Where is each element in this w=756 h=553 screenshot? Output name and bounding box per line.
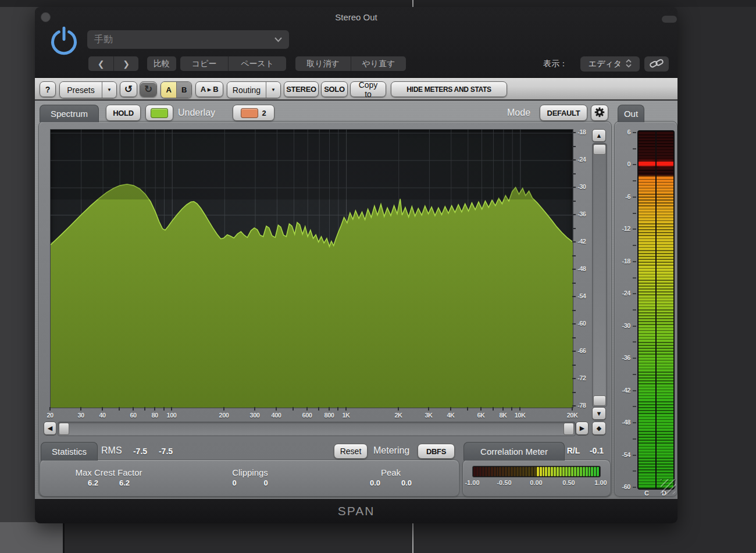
clippings-left: 0 [221, 479, 248, 487]
prev-preset-button[interactable]: ❮ [88, 56, 113, 71]
span-toolbar: ? Presets ▼ ↺ ↻ A B A ▸ B Routing ▼ STER… [35, 77, 677, 101]
metering-label: Metering [373, 445, 409, 456]
tab-statistics[interactable]: Statistics [41, 442, 98, 461]
h-scroll-thumb-right[interactable] [564, 423, 574, 435]
corr-scale-05: 0.50 [562, 479, 575, 486]
correlation-value: -0.1 [584, 446, 609, 455]
plugin-window: Stereo Out 手動 ❮ ❯ 比較 コピー ペースト 取り消す やり直す … [35, 7, 677, 523]
hold-button[interactable]: HOLD [106, 105, 141, 121]
presets-arrow-icon[interactable]: ▼ [102, 82, 116, 98]
view-mode-value: エディタ [589, 59, 622, 69]
view-mode-select[interactable]: エディタ [580, 56, 640, 72]
copy-paste-group: コピー ペースト [180, 56, 286, 71]
a-to-b-button[interactable]: A ▸ B [195, 81, 223, 97]
solo-button[interactable]: SOLO [321, 81, 348, 97]
scroll-up-button[interactable]: ▲ [592, 129, 606, 142]
preset-value: 手動 [94, 34, 113, 46]
redo-icon-button[interactable]: ↻ [140, 81, 157, 97]
window-resize-capsule[interactable] [662, 16, 677, 23]
host-header: Stereo Out 手動 ❮ ❯ 比較 コピー ペースト 取り消す やり直す … [35, 7, 677, 77]
a-slot-button[interactable]: A [161, 82, 176, 98]
ab-group: A B [161, 81, 192, 98]
link-button[interactable] [644, 56, 669, 72]
power-icon [49, 49, 79, 58]
redo-button[interactable]: やり直す [351, 56, 406, 71]
copy-to-button[interactable]: Copy to [350, 81, 386, 97]
out-level-meter[interactable] [637, 130, 675, 490]
channel-title: Stereo Out [35, 12, 677, 22]
v-scroll-thumb-bottom[interactable] [593, 395, 606, 406]
hide-meters-button[interactable]: HIDE METERS AND STATS [391, 81, 507, 97]
routing-arrow-icon[interactable]: ▼ [266, 82, 280, 98]
undo-redo-group: 取り消す やり直す [295, 56, 406, 71]
preset-nav-group: ❮ ❯ [88, 56, 138, 71]
footer-brand: SPAN [338, 504, 375, 518]
metering-mode-button[interactable]: DBFS [418, 444, 455, 459]
rms-label: RMS [101, 445, 122, 456]
corr-scale--1: -1.00 [465, 479, 479, 486]
reset-button[interactable]: Reset [334, 444, 368, 459]
plugin-footer: SPAN [35, 499, 677, 523]
spectrum-plot[interactable] [50, 129, 573, 408]
v-scroll-thumb-top[interactable] [593, 144, 606, 155]
paste-button[interactable]: ペースト [228, 56, 286, 71]
resize-grip[interactable] [661, 479, 676, 494]
max-crest-right: 6.2 [111, 479, 138, 487]
correlation-panel [462, 459, 611, 497]
scroll-down-button[interactable]: ▼ [592, 407, 606, 420]
correlation-bar [472, 466, 601, 477]
underlay-count: 2 [262, 109, 266, 117]
zoom-reset-button[interactable]: ◆ [592, 422, 606, 435]
spectrum-color-swatch [151, 108, 168, 118]
help-button[interactable]: ? [40, 81, 56, 97]
presets-group: Presets ▼ [59, 81, 117, 98]
undo-icon-button[interactable]: ↺ [120, 81, 137, 97]
max-crest-factor-label: Max Crest Factor [51, 468, 167, 477]
db-scale: -18-24-30-36-42-48-54-60-66-72-78 [572, 129, 592, 407]
tab-spectrum[interactable]: Spectrum [40, 105, 99, 122]
corr-scale-1: 1.00 [594, 479, 607, 486]
chain-link-icon [649, 58, 664, 70]
desktop-top-band [0, 0, 756, 7]
spectrum-color-button[interactable] [145, 105, 173, 121]
preset-dropdown[interactable]: 手動 [87, 30, 289, 49]
corr-scale--05: -0.50 [497, 479, 511, 486]
max-crest-left: 6.2 [80, 479, 106, 487]
channel-label-c: C [641, 490, 652, 497]
meter-bar-right [657, 131, 673, 488]
plugin-power-button[interactable] [49, 26, 79, 56]
presets-button[interactable]: Presets [60, 82, 102, 98]
statistics-panel [40, 459, 459, 497]
scroll-right-button[interactable]: ▶ [576, 422, 589, 435]
rms-left-value: -7.5 [128, 447, 152, 456]
settings-button[interactable] [591, 105, 608, 121]
routing-button[interactable]: Routing [227, 82, 266, 98]
clippings-label: Clippings [192, 468, 308, 477]
chevron-updown-icon [626, 59, 632, 69]
corr-scale-0: 0.00 [530, 479, 542, 486]
stereo-button[interactable]: STEREO [284, 81, 319, 97]
underlay-button[interactable]: 2 [233, 105, 274, 121]
frequency-scale: 20304060801002003004006008001K2K3K4K6K8K… [50, 407, 572, 421]
gear-icon [593, 106, 606, 120]
undo-button[interactable]: 取り消す [295, 56, 351, 71]
view-label: 表示： [530, 59, 568, 69]
compare-button[interactable]: 比較 [147, 56, 176, 71]
rms-right-value: -7.5 [154, 447, 178, 456]
tab-correlation-meter[interactable]: Correlation Meter [463, 442, 565, 461]
scroll-left-button[interactable]: ◀ [44, 422, 56, 435]
h-scroll-track[interactable] [58, 422, 576, 436]
h-scroll-thumb-left[interactable] [59, 423, 69, 435]
peak-left: 0.0 [362, 479, 388, 487]
v-scroll-track[interactable] [592, 143, 607, 407]
peak-hold-bar [639, 162, 655, 166]
b-slot-button[interactable]: B [176, 82, 191, 98]
desktop-bottom-strip [0, 522, 63, 553]
next-preset-button[interactable]: ❯ [113, 56, 138, 71]
copy-button[interactable]: コピー [180, 56, 228, 71]
mode-button[interactable]: DEFAULT [540, 105, 587, 121]
mode-label: Mode [507, 108, 530, 118]
out-meter-scale: 60-6-12-18-24-30-36-42-48-54-60 [614, 133, 636, 488]
peak-label: Peak [333, 468, 449, 477]
tab-out[interactable]: Out [618, 105, 644, 122]
